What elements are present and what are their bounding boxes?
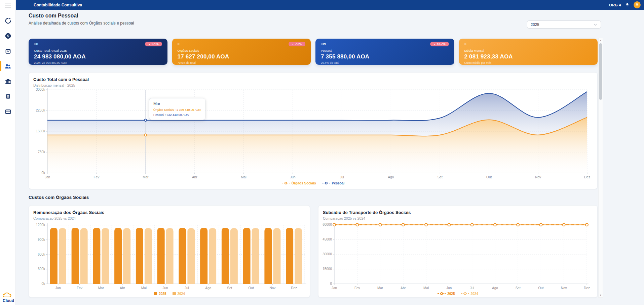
svg-text:Abr: Abr [192,175,197,179]
line-chart-card: Subsídio de Transporte de Órgãos Sociais… [318,205,598,298]
kpi-footer: 70.6% do total [178,61,306,64]
svg-text:Mai: Mai [141,286,147,290]
kpi-card-pessoal[interactable]: =w ▼13.7% Pessoal 7 355 880,00 AOA 29.4%… [315,39,454,65]
section-title: Custos com Órgãos Sociais [29,195,89,200]
legend-item[interactable]: 2024 [461,292,478,296]
top-navbar: Contabilidade Consultiva ORG 4 M [16,0,644,10]
triangle-down-icon: ▼ [292,43,294,45]
bell-icon[interactable] [625,3,630,7]
kpi-row: =e ▼9.1% Custo Total Anual 2025 24 983 0… [29,39,598,65]
svg-text:Set: Set [516,286,521,290]
svg-text:Mai: Mai [241,175,247,179]
svg-text:Jun: Jun [446,286,452,290]
svg-text:Fev: Fev [77,286,82,290]
dollar-icon: $ [4,32,12,40]
year-select-value: 2025 [531,23,539,27]
scroll-up-icon[interactable]: ▲ [599,38,603,43]
chart-title: Subsídio de Transporte de Órgãos Sociais [323,210,593,215]
svg-text:1200k: 1200k [36,223,45,227]
svg-text:30000: 30000 [323,252,332,256]
svg-text:Jan: Jan [55,286,61,290]
svg-text:Abr: Abr [401,286,406,290]
bar-chart-card: Remuneração dos Órgãos Sociais Comparaçã… [29,205,310,298]
kpi-card-orgaos-sociais[interactable]: = ▼7.3% Órgãos Sociais 17 627 200,00 AOA… [172,39,311,65]
svg-text:Jan: Jan [332,286,337,290]
bar-chart-legend: 20252024 [29,290,310,297]
svg-text:0: 0 [330,282,332,286]
legend-item[interactable]: Órgãos Sociais [282,181,316,185]
legend-item[interactable]: 2025 [154,292,166,296]
svg-text:$: $ [7,34,9,38]
svg-text:Jun: Jun [163,286,168,290]
credit-card-icon [4,108,12,115]
sidebar-item-financas[interactable]: $ [0,30,16,42]
kpi-footer: Custo médio por mês [464,61,593,64]
users-icon [4,62,12,70]
kpi-card-total[interactable]: =e ▼9.1% Custo Total Anual 2025 24 983 0… [29,39,167,65]
sidebar-item-compras[interactable] [0,45,16,57]
svg-text:Mar: Mar [143,175,149,179]
cloud-logo[interactable]: Cloud [1,293,15,303]
svg-text:Fev: Fev [354,286,360,290]
area-chart[interactable]: 0k750k1500k2250k3000kJanFevMarAbrMaiJunJ… [29,88,598,179]
kpi-label: Pessoal [321,49,449,52]
sidebar-item-recibos[interactable] [0,91,16,102]
kpi-badge: ▼7.3% [289,42,305,46]
kpi-label: Média Mensal [464,49,593,52]
menu-button[interactable] [5,3,11,7]
year-select[interactable]: 2025 [527,20,601,29]
kpi-icon: = [464,42,466,46]
scrollbar[interactable]: ▲ ▼ [598,38,603,298]
chart-tooltip: Mar Órgãos Sociais : 1 369 440,00 AOA Pe… [149,98,205,120]
page-subtitle: Análise detalhada de custos com Órgãos s… [29,21,134,26]
receipt-icon [4,93,12,100]
org-label: ORG 4 [609,3,621,7]
sidebar-item-cartoes[interactable] [0,106,16,117]
legend-item[interactable]: Pessoal [322,181,345,185]
kpi-value: 17 627 200,00 AOA [178,53,306,60]
chart-title: Custo Total com o Pessoal [33,77,593,82]
chart-subtitle: Comparação 2025 vs 2024 [323,216,593,220]
chart-subtitle: Distribuição mensal - 2025 [33,83,593,87]
kpi-card-media-mensal[interactable]: = Média Mensal 2 081 923,33 AOA Custo mé… [459,39,598,65]
logo-text: Cloud [1,298,15,303]
kpi-badge: ▼13.7% [430,42,449,46]
svg-text:Mar: Mar [377,286,383,290]
chart-subtitle: Comparação 2025 vs 2024 [33,216,305,220]
svg-text:3000k: 3000k [36,88,45,91]
shopping-bag-icon [4,47,12,55]
kpi-icon: = [178,42,180,46]
triangle-down-icon: ▼ [433,43,436,45]
kpi-value: 2 081 923,33 AOA [464,53,593,60]
svg-text:Mai: Mai [423,286,429,290]
kpi-value: 24 983 080,00 AOA [34,53,162,60]
line-chart[interactable]: 015000300004500060000JanFevMarAbrMaiJunJ… [318,221,598,290]
sidebar-item-sync[interactable] [0,15,16,27]
svg-text:45000: 45000 [323,237,332,241]
svg-text:Ago: Ago [492,286,498,290]
tooltip-row: Pessoal : 532 440,00 AOA [153,113,201,117]
avatar[interactable]: M [634,1,641,8]
svg-text:1500k: 1500k [36,129,45,133]
legend-item[interactable]: 2025 [438,292,455,296]
svg-text:600k: 600k [38,253,45,256]
bar-chart[interactable]: 0k300k600k900k1200kJanFevMarAbrMaiJunJul… [29,221,310,290]
sidebar: $ [0,0,16,305]
area-chart-card: Custo Total com o Pessoal Distribuição m… [29,72,598,189]
scroll-down-icon[interactable]: ▼ [599,293,603,297]
svg-text:Abr: Abr [120,286,125,290]
svg-text:Ago: Ago [205,286,211,290]
kpi-label: Custo Total Anual 2025 [34,49,162,52]
area-chart-legend: Órgãos SociaisPessoal [29,179,597,187]
scrollbar-thumb[interactable] [599,43,602,100]
page-title: Custo com Pessoal [29,13,78,19]
svg-text:Nov: Nov [269,286,275,290]
sidebar-item-pessoal[interactable] [0,60,16,72]
legend-item[interactable]: 2024 [173,292,185,296]
line-chart-legend: 20252024 [318,290,597,297]
sidebar-item-banco[interactable] [0,76,16,87]
svg-text:300k: 300k [38,267,45,271]
svg-text:Jul: Jul [470,286,474,290]
sync-icon [4,17,12,25]
active-indicator [0,61,1,71]
